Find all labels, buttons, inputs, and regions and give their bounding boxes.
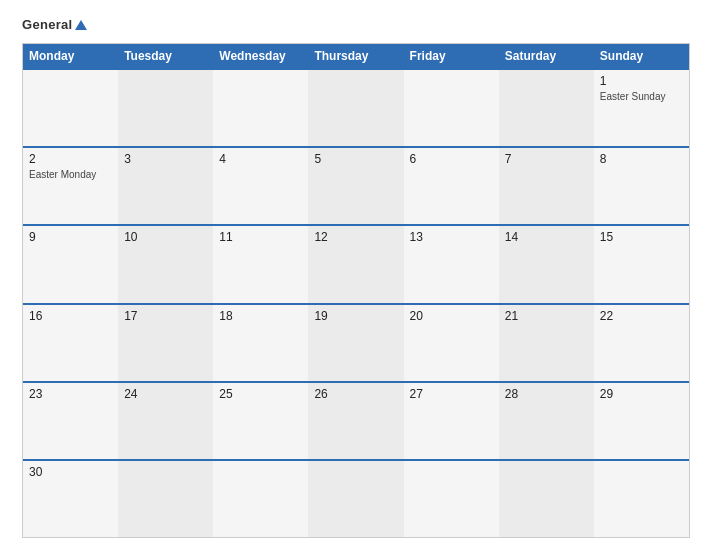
calendar-week-1: 1Easter Sunday [23,68,689,146]
calendar-cell: 26 [308,383,403,459]
day-number: 9 [29,230,112,244]
calendar-cell: 11 [213,226,308,302]
header: General [22,18,690,31]
header-sunday: Sunday [594,44,689,68]
calendar-cell [499,70,594,146]
calendar-cell: 20 [404,305,499,381]
calendar-cell: 13 [404,226,499,302]
day-number: 26 [314,387,397,401]
day-number: 4 [219,152,302,166]
calendar-cell: 22 [594,305,689,381]
calendar-cell [404,70,499,146]
holiday-name: Easter Monday [29,168,112,181]
calendar-cell: 7 [499,148,594,224]
day-number: 7 [505,152,588,166]
calendar-header-row: Monday Tuesday Wednesday Thursday Friday… [23,44,689,68]
calendar-cell: 8 [594,148,689,224]
calendar-cell: 24 [118,383,213,459]
calendar-cell [308,70,403,146]
day-number: 22 [600,309,683,323]
header-friday: Friday [404,44,499,68]
day-number: 18 [219,309,302,323]
calendar-cell: 30 [23,461,118,537]
day-number: 16 [29,309,112,323]
header-thursday: Thursday [308,44,403,68]
calendar-cell [308,461,403,537]
day-number: 14 [505,230,588,244]
calendar-cell: 16 [23,305,118,381]
calendar-cell: 12 [308,226,403,302]
calendar-cell: 14 [499,226,594,302]
calendar-cell: 21 [499,305,594,381]
calendar-cell: 18 [213,305,308,381]
calendar-cell: 23 [23,383,118,459]
day-number: 6 [410,152,493,166]
day-number: 27 [410,387,493,401]
day-number: 30 [29,465,112,479]
day-number: 2 [29,152,112,166]
header-wednesday: Wednesday [213,44,308,68]
calendar-cell [594,461,689,537]
calendar-cell: 17 [118,305,213,381]
day-number: 20 [410,309,493,323]
calendar-cell: 4 [213,148,308,224]
day-number: 1 [600,74,683,88]
calendar-cell: 1Easter Sunday [594,70,689,146]
calendar-week-3: 9101112131415 [23,224,689,302]
calendar-cell: 6 [404,148,499,224]
calendar-week-2: 2Easter Monday345678 [23,146,689,224]
header-tuesday: Tuesday [118,44,213,68]
day-number: 23 [29,387,112,401]
day-number: 12 [314,230,397,244]
calendar-cell: 27 [404,383,499,459]
logo-triangle-icon [75,20,87,30]
calendar-week-6: 30 [23,459,689,537]
day-number: 19 [314,309,397,323]
calendar-cell [23,70,118,146]
calendar-cell: 25 [213,383,308,459]
calendar-week-4: 16171819202122 [23,303,689,381]
calendar-page: General Monday Tuesday Wednesday Thursda… [0,0,712,550]
calendar-cell: 28 [499,383,594,459]
calendar-cell [404,461,499,537]
logo: General [22,18,87,31]
calendar-cell [213,70,308,146]
day-number: 17 [124,309,207,323]
day-number: 25 [219,387,302,401]
calendar-cell [213,461,308,537]
day-number: 28 [505,387,588,401]
calendar-body: 1Easter Sunday2Easter Monday345678910111… [23,68,689,537]
header-monday: Monday [23,44,118,68]
holiday-name: Easter Sunday [600,90,683,103]
calendar-cell: 29 [594,383,689,459]
day-number: 13 [410,230,493,244]
day-number: 29 [600,387,683,401]
calendar-cell: 9 [23,226,118,302]
day-number: 24 [124,387,207,401]
calendar-cell [499,461,594,537]
calendar-cell: 19 [308,305,403,381]
calendar-cell: 15 [594,226,689,302]
calendar-cell: 5 [308,148,403,224]
calendar-cell [118,461,213,537]
day-number: 15 [600,230,683,244]
calendar-cell [118,70,213,146]
calendar-cell: 10 [118,226,213,302]
header-saturday: Saturday [499,44,594,68]
calendar-cell: 3 [118,148,213,224]
calendar-week-5: 23242526272829 [23,381,689,459]
day-number: 8 [600,152,683,166]
day-number: 10 [124,230,207,244]
day-number: 3 [124,152,207,166]
day-number: 21 [505,309,588,323]
calendar-grid: Monday Tuesday Wednesday Thursday Friday… [22,43,690,538]
day-number: 5 [314,152,397,166]
calendar-cell: 2Easter Monday [23,148,118,224]
logo-general-text: General [22,18,87,31]
day-number: 11 [219,230,302,244]
